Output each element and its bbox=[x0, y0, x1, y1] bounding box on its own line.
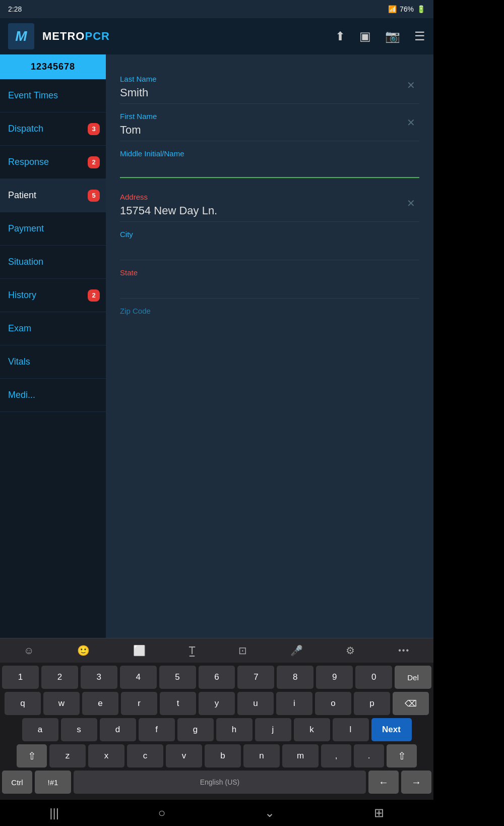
key-del[interactable]: Del bbox=[395, 666, 431, 689]
key-7[interactable]: 7 bbox=[237, 666, 274, 689]
key-j[interactable]: j bbox=[255, 718, 291, 741]
key-left[interactable]: ← bbox=[368, 771, 399, 794]
sidebar-item-patient[interactable]: Patient 5 bbox=[0, 179, 106, 212]
nav-back[interactable]: ||| bbox=[49, 806, 59, 820]
clipboard-btn[interactable]: ⬜ bbox=[128, 642, 151, 659]
key-period[interactable]: . bbox=[354, 744, 384, 768]
sidebar-item-medi[interactable]: Medi... bbox=[0, 379, 106, 412]
field-state[interactable]: State bbox=[120, 260, 419, 299]
sidebar-item-exam[interactable]: Exam bbox=[0, 312, 106, 345]
key-f[interactable]: f bbox=[139, 718, 175, 741]
key-m[interactable]: m bbox=[282, 744, 319, 768]
key-e[interactable]: e bbox=[82, 692, 118, 715]
emoji-btn[interactable]: ☺ bbox=[19, 643, 39, 659]
key-3[interactable]: 3 bbox=[81, 666, 117, 689]
value-state[interactable] bbox=[120, 280, 419, 294]
bottom-row: Ctrl !#1 English (US) ← → bbox=[2, 771, 431, 794]
sidebar-item-event-times[interactable]: Event Times bbox=[0, 79, 106, 112]
nav-recent[interactable]: ⌄ bbox=[265, 806, 275, 820]
camera-icon[interactable]: 📷 bbox=[385, 29, 400, 43]
key-shift-right[interactable]: ⇧ bbox=[387, 744, 417, 768]
key-8[interactable]: 8 bbox=[277, 666, 313, 689]
clear-last-name[interactable]: ✕ bbox=[407, 79, 415, 91]
key-0[interactable]: 0 bbox=[355, 666, 392, 689]
key-x[interactable]: x bbox=[88, 744, 124, 768]
sidebar-item-payment[interactable]: Payment bbox=[0, 212, 106, 246]
key-b[interactable]: b bbox=[205, 744, 241, 768]
key-u[interactable]: u bbox=[237, 692, 274, 715]
field-first-name[interactable]: First Name Tom ✕ bbox=[120, 104, 419, 141]
key-shift-left[interactable]: ⇧ bbox=[17, 744, 47, 768]
number-row: 1 2 3 4 5 6 7 8 9 0 Del bbox=[2, 666, 431, 689]
key-g[interactable]: g bbox=[177, 718, 214, 741]
sidebar-item-history[interactable]: History 2 bbox=[0, 279, 106, 312]
attachment-btn[interactable]: ⊡ bbox=[233, 642, 252, 659]
key-y[interactable]: y bbox=[199, 692, 235, 715]
key-comma[interactable]: , bbox=[321, 744, 351, 768]
key-r[interactable]: r bbox=[121, 692, 157, 715]
key-l[interactable]: l bbox=[333, 718, 369, 741]
value-address[interactable]: 15754 New Day Ln. bbox=[120, 204, 419, 217]
key-i[interactable]: i bbox=[276, 692, 312, 715]
upload-icon[interactable]: ⬆ bbox=[335, 29, 345, 43]
key-s[interactable]: s bbox=[61, 718, 97, 741]
keyboard-rows: 1 2 3 4 5 6 7 8 9 0 Del q w e r t y u i … bbox=[0, 663, 433, 800]
value-first-name[interactable]: Tom bbox=[120, 124, 419, 137]
gif-btn[interactable]: 🙂 bbox=[72, 642, 95, 659]
key-4[interactable]: 4 bbox=[120, 666, 157, 689]
menu-icon[interactable]: ☰ bbox=[414, 29, 425, 43]
dispatch-badge: 3 bbox=[88, 123, 100, 135]
qr-icon[interactable]: ▣ bbox=[359, 29, 371, 43]
key-symbols[interactable]: !#1 bbox=[35, 771, 71, 794]
key-5[interactable]: 5 bbox=[159, 666, 196, 689]
value-last-name[interactable]: Smith bbox=[120, 86, 419, 99]
key-6[interactable]: 6 bbox=[199, 666, 235, 689]
sidebar-item-dispatch[interactable]: Dispatch 3 bbox=[0, 112, 106, 146]
sidebar-item-situation[interactable]: Situation bbox=[0, 246, 106, 279]
field-middle-name[interactable]: Middle Initial/Name bbox=[120, 141, 419, 179]
key-a[interactable]: a bbox=[22, 718, 58, 741]
key-next[interactable]: Next bbox=[371, 718, 412, 741]
sidebar-tab-active[interactable]: 12345678 bbox=[0, 54, 106, 79]
mic-btn[interactable]: 🎤 bbox=[285, 642, 308, 659]
middle-underline bbox=[120, 177, 419, 178]
key-z[interactable]: z bbox=[49, 744, 86, 768]
key-right[interactable]: → bbox=[401, 771, 431, 794]
sidebar-item-response[interactable]: Response 2 bbox=[0, 146, 106, 179]
sidebar-item-vitals[interactable]: Vitals bbox=[0, 345, 106, 379]
field-zip[interactable]: Zip Code bbox=[120, 299, 419, 336]
key-ctrl[interactable]: Ctrl bbox=[2, 771, 32, 794]
label-last-name: Last Name bbox=[120, 75, 419, 83]
key-9[interactable]: 9 bbox=[316, 666, 353, 689]
key-t[interactable]: t bbox=[160, 692, 196, 715]
key-o[interactable]: o bbox=[315, 692, 351, 715]
key-d[interactable]: d bbox=[100, 718, 136, 741]
field-address[interactable]: Address 15754 New Day Ln. ✕ bbox=[120, 185, 419, 222]
key-backspace[interactable]: ⌫ bbox=[393, 692, 429, 715]
more-btn[interactable]: ••• bbox=[393, 644, 415, 657]
key-2[interactable]: 2 bbox=[41, 666, 78, 689]
nav-grid[interactable]: ⊞ bbox=[374, 806, 384, 820]
key-v[interactable]: v bbox=[166, 744, 202, 768]
key-p[interactable]: p bbox=[354, 692, 390, 715]
key-q[interactable]: q bbox=[5, 692, 41, 715]
key-h[interactable]: h bbox=[216, 718, 253, 741]
key-c[interactable]: c bbox=[127, 744, 163, 768]
field-last-name[interactable]: Last Name Smith ✕ bbox=[120, 67, 419, 104]
key-k[interactable]: k bbox=[294, 718, 330, 741]
settings-btn[interactable]: ⚙ bbox=[341, 642, 360, 659]
value-zip[interactable] bbox=[120, 318, 419, 332]
clear-first-name[interactable]: ✕ bbox=[407, 116, 415, 129]
clear-address[interactable]: ✕ bbox=[407, 197, 415, 209]
value-middle-name[interactable] bbox=[120, 161, 419, 175]
key-1[interactable]: 1 bbox=[2, 666, 39, 689]
key-space[interactable]: English (US) bbox=[74, 771, 366, 794]
value-city[interactable] bbox=[120, 242, 419, 256]
key-n[interactable]: n bbox=[243, 744, 280, 768]
sidebar-label-dispatch: Dispatch bbox=[8, 124, 43, 134]
text-btn[interactable]: T̲ bbox=[184, 642, 200, 659]
history-badge: 2 bbox=[88, 289, 100, 302]
key-w[interactable]: w bbox=[43, 692, 80, 715]
field-city[interactable]: City bbox=[120, 222, 419, 260]
nav-home[interactable]: ○ bbox=[158, 806, 166, 820]
